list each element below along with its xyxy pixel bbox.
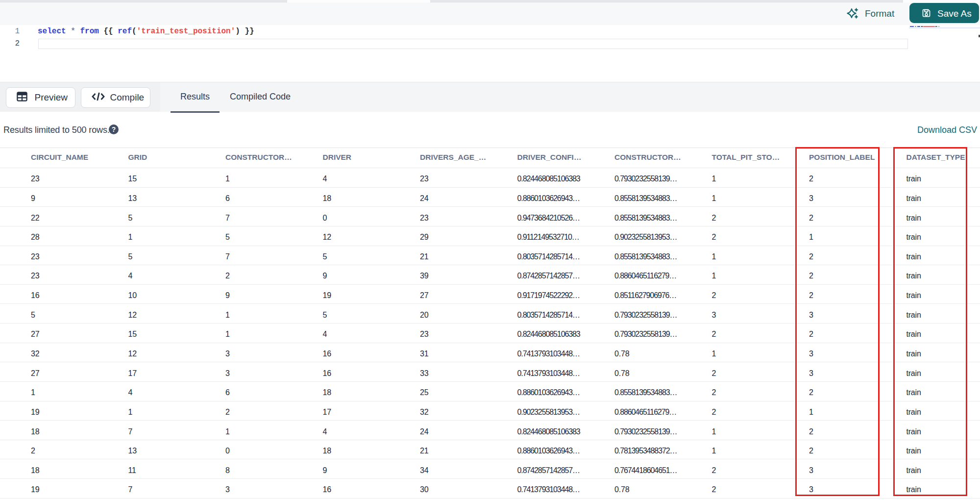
svg-text:?: ? xyxy=(112,125,116,133)
